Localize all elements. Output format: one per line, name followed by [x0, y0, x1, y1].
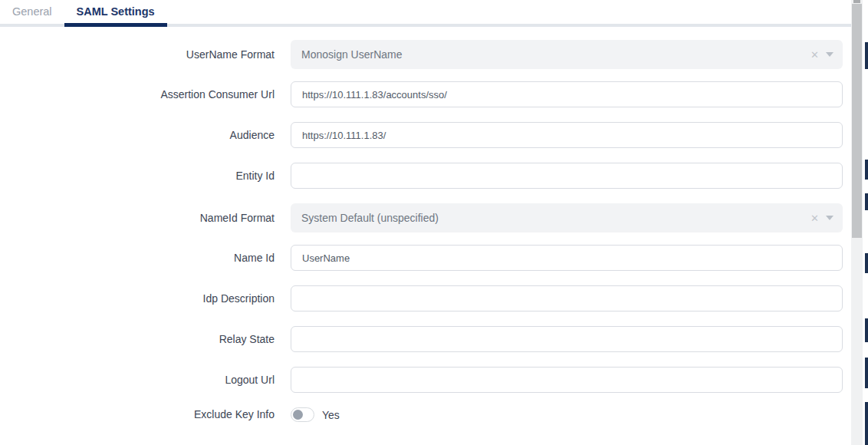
- form-row-relay-state: Relay State: [0, 326, 851, 352]
- form-row-name-id: Name Id: [0, 245, 851, 271]
- relay-state-input[interactable]: [291, 326, 843, 352]
- nameid-format-value: System Default (unspecified): [301, 212, 439, 224]
- toggle-knob: [293, 410, 303, 420]
- form-row-idp-description: Idp Description: [0, 285, 851, 312]
- clipped-content-fragment: [865, 318, 868, 342]
- logout-url-input[interactable]: [291, 367, 843, 393]
- username-format-label: UserName Format: [0, 48, 291, 61]
- form-row-assertion-consumer-url: Assertion Consumer Url: [0, 81, 851, 107]
- form-row-logout-url: Logout Url: [0, 367, 851, 393]
- form-row-username-format: UserName Format Monosign UserName ✕: [0, 40, 851, 69]
- form-row-exclude-key-info: Exclude Key Info Yes: [0, 407, 851, 422]
- clipped-content-fragment: [865, 253, 868, 273]
- clipped-content-fragment: [865, 42, 868, 69]
- form-row-nameid-format: NameId Format System Default (unspecifie…: [0, 203, 851, 232]
- chevron-down-icon: [826, 216, 833, 220]
- scrollbar-top-nub: [853, 0, 860, 3]
- saml-settings-form: UserName Format Monosign UserName ✕ Asse…: [0, 27, 851, 422]
- clear-icon[interactable]: ✕: [810, 213, 819, 223]
- audience-label: Audience: [0, 129, 291, 142]
- exclude-key-info-value: Yes: [322, 409, 340, 421]
- name-id-input[interactable]: [291, 245, 843, 271]
- screen-right-edge: [865, 0, 868, 445]
- username-format-select[interactable]: Monosign UserName: [291, 40, 843, 69]
- vertical-scrollbar[interactable]: [851, 0, 863, 445]
- tab-general[interactable]: General: [0, 0, 64, 27]
- relay-state-label: Relay State: [0, 333, 291, 346]
- clear-icon[interactable]: ✕: [810, 50, 819, 60]
- nameid-format-select[interactable]: System Default (unspecified): [291, 203, 843, 232]
- page-content: General SAML Settings UserName Format Mo…: [0, 0, 851, 445]
- entity-id-label: Entity Id: [0, 170, 291, 183]
- form-row-entity-id: Entity Id: [0, 163, 851, 189]
- nameid-format-label: NameId Format: [0, 212, 291, 225]
- clipped-content-fragment: [865, 358, 868, 388]
- exclude-key-info-toggle[interactable]: [291, 407, 314, 422]
- idp-description-input[interactable]: [291, 285, 843, 312]
- exclude-key-info-label: Exclude Key Info: [0, 408, 291, 421]
- tab-saml-settings[interactable]: SAML Settings: [64, 0, 167, 27]
- clipped-content-fragment: [865, 402, 868, 445]
- audience-input[interactable]: [291, 122, 843, 148]
- entity-id-input[interactable]: [291, 163, 843, 189]
- logout-url-label: Logout Url: [0, 374, 291, 387]
- chevron-down-icon: [826, 52, 833, 57]
- name-id-label: Name Id: [0, 252, 291, 265]
- clipped-content-fragment: [865, 193, 868, 210]
- saml-settings-page: General SAML Settings UserName Format Mo…: [0, 0, 868, 445]
- assertion-consumer-url-input[interactable]: [291, 81, 843, 107]
- scrollbar-thumb[interactable]: [852, 4, 862, 238]
- tab-bar: General SAML Settings: [0, 0, 851, 27]
- clipped-content-fragment: [865, 160, 868, 180]
- assertion-consumer-url-label: Assertion Consumer Url: [0, 88, 291, 101]
- idp-description-label: Idp Description: [0, 292, 291, 305]
- form-row-audience: Audience: [0, 122, 851, 148]
- username-format-value: Monosign UserName: [301, 48, 403, 61]
